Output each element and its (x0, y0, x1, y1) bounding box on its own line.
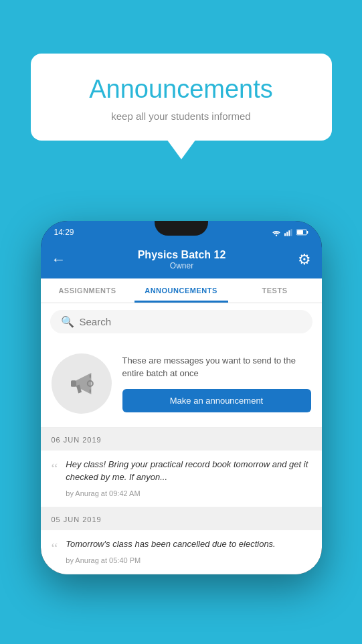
signal-icon (284, 228, 294, 236)
phone-mockup: 14:29 (41, 221, 322, 574)
announcement-text-2: Tomorrow's class has been cancelled due … (66, 538, 310, 566)
battery-icon (296, 228, 308, 236)
search-container: 🔍 (41, 303, 322, 340)
quote-icon-2: “ (52, 540, 58, 557)
svg-rect-1 (284, 233, 286, 236)
status-time: 14:29 (54, 228, 74, 237)
svg-rect-8 (71, 380, 76, 387)
search-icon: 🔍 (61, 315, 74, 328)
wifi-icon (271, 228, 282, 236)
announcements-title: Announcements (58, 75, 305, 104)
date-section-2: 05 JUN 2019 (41, 507, 322, 530)
svg-rect-3 (288, 230, 290, 236)
promo-content: These are messages you want to send to t… (122, 355, 311, 412)
quote-icon-1: “ (52, 460, 58, 477)
date-section-1: 06 JUN 2019 (41, 428, 322, 451)
phone-notch (155, 221, 208, 236)
make-announcement-button[interactable]: Make an announcement (122, 389, 311, 412)
promo-icon-circle (52, 353, 112, 414)
speech-bubble: Announcements keep all your students inf… (31, 54, 332, 141)
announcement-promo: These are messages you want to send to t… (41, 340, 322, 428)
tabs-bar: ASSIGNMENTS ANNOUNCEMENTS TESTS (41, 278, 322, 303)
announcement-byline-2: by Anurag at 05:40 PM (66, 556, 141, 564)
batch-name: Physics Batch 12 (138, 249, 226, 261)
svg-point-0 (275, 234, 276, 236)
tab-announcements[interactable]: ANNOUNCEMENTS (134, 278, 228, 303)
phone-body: 14:29 (41, 221, 322, 574)
settings-icon[interactable]: ⚙ (298, 251, 311, 268)
tab-assignments[interactable]: ASSIGNMENTS (41, 278, 134, 303)
announcements-subtitle: keep all your students informed (58, 110, 305, 122)
date-label-1: 06 JUN 2019 (52, 436, 102, 444)
status-icons (271, 228, 308, 236)
announcement-message-1: Hey class! Bring your practical record b… (66, 459, 310, 484)
announcement-message-2: Tomorrow's class has been cancelled due … (66, 538, 310, 551)
tab-tests[interactable]: TESTS (228, 278, 322, 303)
announcement-text-1: Hey class! Bring your practical record b… (66, 459, 310, 499)
promo-description: These are messages you want to send to t… (122, 355, 311, 379)
announcement-byline-1: by Anurag at 09:42 AM (66, 489, 140, 497)
announcement-item-2[interactable]: “ Tomorrow's class has been cancelled du… (41, 530, 322, 574)
megaphone-icon (66, 368, 98, 400)
back-icon[interactable]: ← (52, 251, 66, 268)
owner-label: Owner (138, 261, 226, 270)
date-label-2: 05 JUN 2019 (52, 515, 102, 524)
top-section: Announcements keep all your students inf… (0, 0, 362, 141)
search-input[interactable] (80, 316, 302, 327)
svg-rect-4 (290, 229, 292, 236)
svg-rect-7 (296, 230, 302, 234)
svg-rect-6 (306, 231, 308, 234)
announcement-item-1[interactable]: “ Hey class! Bring your practical record… (41, 451, 322, 507)
search-bar: 🔍 (50, 310, 312, 333)
svg-rect-2 (286, 232, 288, 236)
app-header: ← Physics Batch 12 Owner ⚙ (41, 242, 322, 278)
header-title-section: Physics Batch 12 Owner (138, 249, 226, 270)
